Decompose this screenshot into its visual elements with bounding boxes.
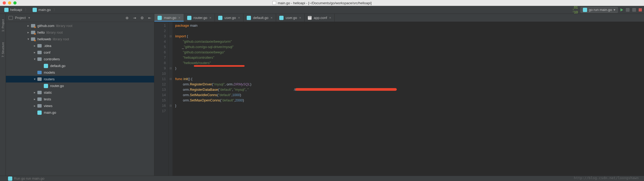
stop-button[interactable] xyxy=(639,8,642,11)
fold-marker[interactable] xyxy=(169,98,172,103)
fold-marker[interactable] xyxy=(169,87,172,92)
tree-row[interactable]: ►tests xyxy=(6,96,154,103)
tree-row[interactable]: ►views xyxy=(6,103,154,109)
tree-row[interactable]: ▼helloweblibrary root xyxy=(6,36,154,42)
close-tab-icon[interactable]: × xyxy=(329,16,331,20)
fold-marker[interactable] xyxy=(169,55,172,60)
tree-row[interactable]: ►github.comlibrary root xyxy=(6,22,154,29)
fold-marker[interactable]: ⊟ xyxy=(169,76,172,82)
minimize-window-button[interactable] xyxy=(8,1,11,5)
tree-arrow-icon[interactable]: ▼ xyxy=(32,78,37,81)
tree-arrow-icon[interactable]: ▼ xyxy=(32,58,37,61)
line-number: 10 xyxy=(154,71,166,76)
tree-arrow-icon[interactable]: ► xyxy=(32,98,37,101)
tree-arrow-icon[interactable]: ► xyxy=(32,91,37,94)
run-configuration-selector[interactable]: go run main.go ▾ xyxy=(580,7,618,13)
project-tree[interactable]: ►github.comlibrary root►hellolibrary roo… xyxy=(6,22,154,176)
code-line[interactable]: orm.RegisterDataBase("default", "mysql",… xyxy=(175,87,309,92)
close-tab-icon[interactable]: × xyxy=(178,16,180,20)
fold-marker[interactable] xyxy=(169,50,172,55)
tree-row[interactable]: ▼routers xyxy=(6,76,154,82)
code-line[interactable]: _"github.com/go-sql-driver/mysql" xyxy=(175,44,309,50)
tree-row[interactable]: ►conf xyxy=(6,49,154,56)
code-line[interactable]: "helloapi/controllers" xyxy=(175,55,309,60)
tree-arrow-icon[interactable]: ► xyxy=(32,51,37,54)
chevron-down-icon[interactable]: ▾ xyxy=(28,16,30,20)
coverage-button[interactable] xyxy=(632,8,636,12)
code-line[interactable] xyxy=(175,71,309,76)
editor-tab[interactable]: router.go× xyxy=(184,14,215,22)
structure-tool-button[interactable]: 7: Structure xyxy=(1,42,5,57)
breadcrumb-file[interactable]: main.go 〉 xyxy=(30,7,59,13)
tree-arrow-icon[interactable]: ► xyxy=(26,31,31,34)
code-line[interactable]: "helloweb/routers" xyxy=(175,60,309,66)
tree-row[interactable]: ►models xyxy=(6,69,154,76)
close-window-button[interactable] xyxy=(3,1,6,5)
code-line[interactable]: orm.SetMaxIdleConns("default",1000) xyxy=(175,92,309,98)
code-line[interactable]: func init() { xyxy=(175,76,309,82)
fold-marker[interactable]: ⊟ xyxy=(169,34,172,39)
tree-arrow-icon[interactable]: ► xyxy=(32,44,37,47)
tree-label: routers xyxy=(44,77,54,81)
code-line[interactable]: "github.com/astaxie/beego/orm" xyxy=(175,39,309,44)
tree-arrow-icon[interactable]: ► xyxy=(26,24,31,27)
close-tab-icon[interactable]: × xyxy=(209,16,211,20)
gear-icon[interactable]: ⚙ xyxy=(140,16,144,20)
close-tab-icon[interactable]: × xyxy=(299,16,301,20)
code-line[interactable]: import ( xyxy=(175,34,309,39)
code-line[interactable]: package main xyxy=(175,23,309,28)
code-line[interactable] xyxy=(175,28,309,34)
fold-marker[interactable] xyxy=(169,60,172,66)
tree-label: controllers xyxy=(44,57,60,61)
fold-marker[interactable] xyxy=(169,44,172,50)
locate-icon[interactable]: ⊕ xyxy=(125,16,129,20)
run-button[interactable] xyxy=(621,8,623,11)
build-status-icon[interactable]: ↓01↑10 xyxy=(572,6,578,14)
gopher-icon xyxy=(33,8,37,12)
code-editor[interactable]: 1234567891011121314151617 ⊟⊟⊟⊟ package m… xyxy=(154,22,644,176)
close-tab-icon[interactable]: × xyxy=(238,16,240,20)
project-pane: Project ▾ ⊕ ⇥ ⚙ ⇤ ►github.comlibrary roo… xyxy=(6,14,154,176)
code-line[interactable]: "github.com/astaxie/beego" xyxy=(175,50,309,55)
fold-marker[interactable] xyxy=(169,108,172,114)
code-line[interactable]: } xyxy=(175,103,309,108)
tree-row[interactable]: ►router.go xyxy=(6,82,154,89)
fold-marker[interactable] xyxy=(169,23,172,28)
tree-row[interactable]: ▼controllers xyxy=(6,56,154,62)
fold-marker[interactable]: ⊟ xyxy=(169,66,172,71)
tree-row[interactable]: ►.idea xyxy=(6,42,154,49)
project-pane-title[interactable]: Project xyxy=(15,16,26,20)
tree-arrow-icon[interactable]: ► xyxy=(32,104,37,107)
folder-icon xyxy=(37,97,42,101)
fold-gutter[interactable]: ⊟⊟⊟⊟ xyxy=(169,22,172,176)
fold-marker[interactable] xyxy=(169,71,172,76)
breadcrumb-project[interactable]: helloapi 〉 xyxy=(2,7,30,13)
tree-row[interactable]: ►default.go xyxy=(6,62,154,69)
tree-row[interactable]: ►hellolibrary root xyxy=(6,29,154,36)
editor-tab[interactable]: main.go× xyxy=(154,14,184,22)
fold-marker[interactable]: ⊟ xyxy=(169,103,172,108)
zoom-window-button[interactable] xyxy=(13,1,17,5)
tree-row[interactable]: ►static xyxy=(6,89,154,96)
gopher-icon xyxy=(4,8,9,12)
tree-label: views xyxy=(44,104,53,108)
debug-button[interactable] xyxy=(626,8,630,12)
fold-marker[interactable] xyxy=(169,28,172,34)
fold-marker[interactable] xyxy=(169,92,172,98)
fold-marker[interactable] xyxy=(169,39,172,44)
collapse-icon[interactable]: ⇥ xyxy=(133,16,136,20)
tree-arrow-icon[interactable]: ▼ xyxy=(26,38,31,41)
code-line[interactable]: orm.RegisterDriver("mysql", orm.DRMySQL) xyxy=(175,82,309,87)
tree-row[interactable]: ►main.go xyxy=(6,109,154,116)
editor-tab[interactable]: app.conf× xyxy=(305,14,335,22)
editor-tab[interactable]: default.go× xyxy=(244,14,276,22)
editor-tab[interactable]: user.go× xyxy=(215,14,244,22)
fold-marker[interactable] xyxy=(169,82,172,87)
code-line[interactable]: orm.SetMaxOpenConns("default",2000) xyxy=(175,98,309,103)
close-tab-icon[interactable]: × xyxy=(270,16,273,20)
editor-tab[interactable]: user.go× xyxy=(276,14,305,22)
code-line[interactable] xyxy=(175,108,309,114)
project-tool-button[interactable]: 1: Project xyxy=(1,19,5,32)
code-source[interactable]: package mainimport ( "github.com/astaxie… xyxy=(172,22,309,176)
hide-icon[interactable]: ⇤ xyxy=(148,16,151,20)
